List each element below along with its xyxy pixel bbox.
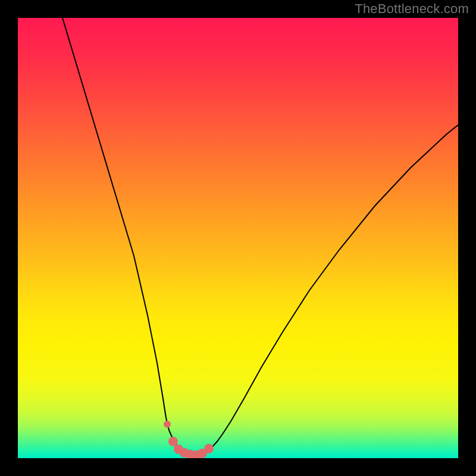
floor-markers-group — [164, 421, 214, 458]
bottleneck-curve-path — [62, 18, 458, 455]
floor-marker-dot — [168, 437, 178, 446]
floor-marker-dot — [164, 421, 171, 428]
curve-svg — [18, 18, 458, 458]
plot-area — [18, 18, 458, 458]
floor-marker-dot — [204, 444, 214, 453]
watermark-text: TheBottleneck.com — [355, 1, 469, 17]
chart-frame: TheBottleneck.com — [0, 0, 476, 476]
